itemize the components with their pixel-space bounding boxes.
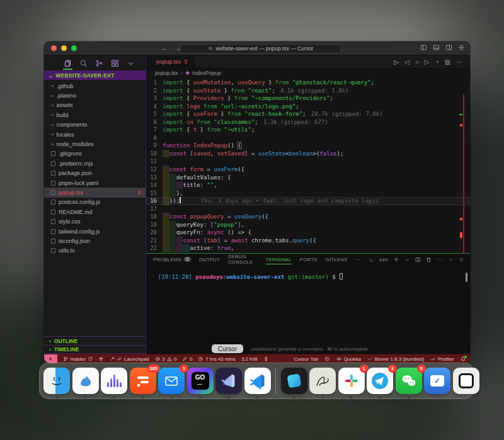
problems-summary[interactable]: 30 [155, 356, 177, 362]
panel-tab-ports[interactable]: PORTS [300, 257, 318, 262]
editor-action-icon-2[interactable]: ◁ [404, 59, 410, 65]
command-center-search[interactable]: website-saver-ext — popup.tsx — Cursor [180, 44, 341, 54]
code-line-13[interactable]: 13defaultValues: { [146, 174, 470, 182]
search-icon[interactable] [79, 59, 88, 67]
tree-item-components[interactable]: »components [44, 120, 146, 130]
cursor-app-icon[interactable] [215, 368, 242, 394]
code-line-9[interactable]: 9function IndexPopup() { [146, 142, 470, 150]
quokka[interactable]: Quokka [336, 356, 361, 362]
code-line-5[interactable]: 5import { useForm } from "react-hook-for… [146, 110, 470, 118]
terminal[interactable]: ◦ [19:11:20] pseudoyu:website-saver-ext … [146, 265, 470, 354]
code-line-12[interactable]: 12const form = useForm({ [146, 166, 470, 174]
panel-left-icon[interactable] [420, 44, 427, 51]
close-window-button[interactable] [51, 45, 57, 51]
code-line-21[interactable]: 21const [tab] = await chrome.tabs.query(… [146, 237, 470, 245]
explorer-icon[interactable] [64, 59, 72, 67]
tree-item-node_modules[interactable]: »node_modules [44, 139, 146, 149]
wechat-icon[interactable]: 5 [396, 368, 422, 394]
minimize-window-button[interactable] [61, 45, 67, 51]
code-line-8[interactable]: 8 [146, 134, 470, 142]
source-control-icon[interactable] [95, 59, 103, 67]
sidebar-section-timeline[interactable]: ›TIMELINE [44, 345, 146, 354]
biome[interactable]: Biome 1.8.3 (bundled) [367, 356, 424, 362]
extensions-icon[interactable] [111, 59, 119, 67]
tree-item-popup.tsx[interactable]: popup.tsx3 [44, 188, 146, 197]
dark-card-app-icon[interactable] [281, 368, 307, 394]
editor-action-icon-5[interactable]: ◔ [435, 59, 439, 65]
code-line-3[interactable]: 3import { Providers } from "~components/… [146, 94, 470, 103]
code-line-7[interactable]: 7import { t } from "~utils"; [146, 126, 470, 134]
finder-icon[interactable] [43, 368, 70, 394]
sidebar-section-outline[interactable]: ›OUTLINE [44, 336, 146, 345]
more-views-icon[interactable] [127, 59, 135, 67]
edits-counter[interactable]: 0 [182, 356, 192, 362]
cursor-tab[interactable]: Cursor Tab [294, 356, 318, 362]
tree-item-.prettierrc.mjs[interactable]: .prettierrc.mjs [44, 159, 146, 168]
tree-item-style.css[interactable]: style.css [44, 217, 146, 226]
code-line-15[interactable]: 15}, [146, 189, 470, 198]
tree-item-package.json[interactable]: package.json [44, 169, 146, 178]
git-branch[interactable]: master [63, 356, 93, 362]
panel-tab-terminal[interactable]: TERMINAL [266, 257, 292, 262]
time-tracker[interactable]: 7 hrs 43 mins [198, 356, 236, 362]
tree-item-.github[interactable]: ».github [44, 81, 146, 91]
titlebar[interactable]: ← → website-saver-ext — popup.tsx — Curs… [44, 42, 470, 55]
editor-action-icon-6[interactable]: ▥ [445, 59, 450, 65]
code-line-22[interactable]: 22active: true, [146, 244, 470, 252]
zoom-window-button[interactable] [71, 45, 77, 51]
code-line-19[interactable]: 19queryKey: ["popup"], [146, 221, 470, 229]
shell-label[interactable]: zsh [379, 257, 388, 262]
audio-app-icon[interactable] [101, 368, 127, 394]
editor-action-icon-7[interactable]: ⋯ [456, 59, 462, 65]
slack-icon[interactable]: 1 [338, 368, 365, 394]
stats-icon[interactable] [263, 356, 269, 362]
panel-more-actions-button[interactable] [437, 256, 443, 262]
customize-layout-icon[interactable] [458, 44, 465, 51]
tree-item-README.md[interactable]: README.md [44, 207, 146, 217]
code-line-2[interactable]: 2import { useState } from "react";4.1k (… [146, 87, 470, 95]
code-line-11[interactable]: 11 [146, 157, 470, 166]
notes-app-icon[interactable] [453, 368, 479, 394]
data-usage[interactable]: 3.2 KiB [241, 356, 258, 362]
breadcrumb[interactable]: popup.tsx › ❖ IndexPopup [146, 69, 470, 77]
remote-indicator[interactable] [44, 354, 57, 363]
panel-tab-debug-console[interactable]: DEBUG CONSOLE [228, 254, 258, 265]
fox-app-icon[interactable] [72, 368, 99, 394]
sketch-app-icon[interactable] [309, 368, 336, 394]
maximize-panel-button[interactable] [448, 257, 454, 262]
kill-terminal-button[interactable] [426, 257, 432, 262]
terminal-scrollbar[interactable] [466, 273, 467, 282]
panel-tab-gitlens[interactable]: GITLENS [326, 257, 348, 262]
code-line-1[interactable]: 1import { useMutation, useQuery } from "… [146, 79, 470, 87]
code-line-18[interactable]: 18const popupQuery = useQuery({ [146, 213, 470, 221]
new-terminal-button[interactable] [393, 256, 399, 262]
editor-action-icon-3[interactable]: ○ [415, 59, 419, 65]
panel-tab-problems[interactable]: PROBLEMS3 [153, 257, 191, 262]
editor-action-icon-1[interactable]: ▷ [394, 59, 399, 65]
code-line-14[interactable]: 14title: "", [146, 181, 470, 189]
explorer-root-header[interactable]: ⌄ WEBSITE-SAVER-EXT [44, 71, 146, 80]
mail-icon[interactable]: 1 [158, 368, 185, 394]
split-terminal-button[interactable] [415, 257, 421, 262]
tree-item-locales[interactable]: »locales [44, 130, 146, 139]
traffic-lights[interactable] [51, 45, 77, 51]
goland-icon[interactable]: GO— [187, 368, 214, 394]
editor-action-icon-4[interactable]: ▷ [425, 59, 430, 65]
vscode-icon[interactable] [244, 368, 271, 394]
tab-popup-tsx[interactable]: popup.tsx 3 [146, 55, 195, 68]
reader-app-icon[interactable]: 283 [130, 368, 156, 394]
tree-item-pnpm-lock.yaml[interactable]: pnpm-lock.yaml [44, 178, 146, 188]
plasmo-icon[interactable] [98, 356, 104, 362]
tree-item-.plasmo[interactable]: ».plasmo [44, 91, 146, 100]
code-line-10[interactable]: 10const [saved, setSaved] = useState<boo… [146, 150, 470, 158]
tree-item-utils.ts[interactable]: utils.ts [44, 246, 146, 256]
telegram-icon[interactable]: 2 [367, 368, 393, 394]
close-panel-button[interactable] [459, 257, 464, 262]
code-line-4[interactable]: 4import logo from "url:~assets/logo.png"… [146, 103, 470, 111]
panel-right-icon[interactable] [445, 44, 452, 51]
terminal-dropdown-button[interactable] [404, 257, 410, 262]
things-icon[interactable]: ✓ [424, 368, 450, 394]
history-back-button[interactable]: ← [161, 44, 168, 52]
notifications-bell[interactable] [461, 356, 466, 362]
prettier[interactable]: Prettier [430, 356, 454, 362]
